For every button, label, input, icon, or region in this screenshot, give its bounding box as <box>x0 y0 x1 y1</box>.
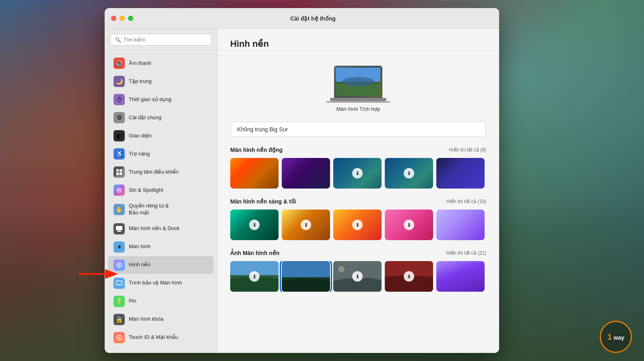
sidebar-item-touchid[interactable]: Touch ID & Mật khẩu <box>108 329 214 346</box>
dynamic-thumb-4-download: ⬇ <box>404 168 414 178</box>
ld-thumb-4[interactable]: ⬇ <box>385 210 433 240</box>
svg-rect-19 <box>336 68 380 96</box>
sidebar-item-man-hinh[interactable]: ☀ Màn hình <box>108 238 214 256</box>
svg-rect-3 <box>120 169 122 172</box>
sidebar-item-thoi-gian[interactable]: ⏱ Thời gian sử dụng <box>108 91 214 108</box>
dynamic-thumb-2[interactable] <box>282 158 330 189</box>
dynamic-thumb-5[interactable] <box>436 158 485 189</box>
giao-dien-icon: ◐ <box>114 130 125 141</box>
sidebar-item-trung-tam[interactable]: Trung tâm điều khiển <box>108 163 214 181</box>
main-panel: Hình nền <box>217 29 499 353</box>
trung-tam-label: Trung tâm điều khiển <box>129 169 178 176</box>
photo-thumb-4[interactable]: ⬇ <box>385 261 433 292</box>
traffic-lights <box>111 16 133 21</box>
search-box[interactable]: 🔍 <box>110 34 211 46</box>
pin-label: Pin <box>129 298 136 305</box>
ld-section-title: Màn hình nền sáng & tối <box>230 198 296 205</box>
quyen-rieng-tu-icon: ✋ <box>114 204 125 215</box>
trinh-bao-ve-label: Trình bảo vệ Màn hình <box>129 280 182 286</box>
photo-thumb-3[interactable]: ⬇ <box>333 261 382 292</box>
dynamic-section-header: Màn hình nền động Hiển thị tất cả (9) <box>230 147 486 153</box>
svg-rect-5 <box>120 172 122 175</box>
minimize-button[interactable] <box>120 16 125 21</box>
dynamic-thumb-1[interactable] <box>230 158 279 189</box>
giao-dien-label: Giao diện <box>129 133 151 139</box>
svg-point-14 <box>118 337 120 338</box>
svg-rect-2 <box>116 169 119 172</box>
sidebar-item-am-thanh[interactable]: 🔊 Âm thanh <box>108 54 214 72</box>
svg-point-7 <box>118 189 120 191</box>
maximize-button[interactable] <box>128 16 133 21</box>
touchid-icon <box>114 332 125 343</box>
laptop-screen-preview <box>334 66 382 98</box>
watermark-1: 1 <box>607 332 612 341</box>
main-content: Màn hình Tích hợp Không trung Big Sur Mà… <box>217 56 499 353</box>
thoi-gian-label: Thời gian sử dụng <box>129 96 171 103</box>
sidebar-item-tap-trung[interactable]: 🌙 Tập trung <box>108 73 214 90</box>
search-container: 🔍 <box>105 29 217 51</box>
sidebar-items-list: 🔊 Âm thanh 🌙 Tập trung ⏱ Thời gian sử dụ… <box>105 51 217 353</box>
photo-thumb-5[interactable] <box>436 261 485 292</box>
photos-section-title: Ảnh Màn hình nền <box>230 250 279 256</box>
sidebar-item-trinh-bao-ve[interactable]: Trình bảo vệ Màn hình <box>108 274 214 292</box>
dynamic-thumb-5-bg <box>436 158 485 189</box>
tro-nang-icon: ♿ <box>114 148 125 160</box>
man-hinh-khoa-icon: 🔒 <box>114 314 125 325</box>
sidebar-item-tro-nang[interactable]: ♿ Trợ năng <box>108 145 214 163</box>
ld-thumb-2[interactable]: ⬇ <box>282 210 330 240</box>
laptop-base-bottom <box>326 101 390 103</box>
sidebar-item-man-hinh-khoa[interactable]: 🔒 Màn hình khóa <box>108 311 214 328</box>
dynamic-thumb-1-bg <box>230 158 279 189</box>
ld-thumb-5-bg <box>436 210 485 240</box>
laptop-base <box>330 98 386 101</box>
window-body: 🔍 🔊 Âm thanh 🌙 Tập trung ⏱ Thời gian sử … <box>105 29 499 353</box>
photo-thumb-3-download: ⬇ <box>352 271 363 282</box>
dynamic-thumb-3-download: ⬇ <box>352 168 363 178</box>
sidebar: 🔍 🔊 Âm thanh 🌙 Tập trung ⏱ Thời gian sử … <box>105 29 217 353</box>
dynamic-show-all[interactable]: Hiển thị tất cả (9) <box>449 147 486 153</box>
sidebar-item-man-hinh-nen-dock[interactable]: Màn hình nền & Dock <box>108 220 214 238</box>
watermark-way: way <box>614 334 624 341</box>
arrow-indicator <box>74 266 123 284</box>
close-button[interactable] <box>111 16 116 21</box>
sidebar-item-cai-dat-chung[interactable]: ⚙ Cài đặt chung <box>108 109 214 127</box>
search-icon: 🔍 <box>115 37 121 43</box>
ld-thumb-3[interactable]: ⬇ <box>333 210 382 240</box>
pin-icon: 🔋 <box>114 296 125 307</box>
window-title: Cài đặt hệ thống <box>133 15 493 22</box>
hinh-nen-label: Hình nền <box>129 261 151 268</box>
ld-thumb-4-download: ⬇ <box>404 220 414 230</box>
photo-thumb-1[interactable]: ⬇ <box>230 261 279 292</box>
dock-icon <box>114 223 125 234</box>
sidebar-item-hinh-nen[interactable]: Hình nền <box>108 256 214 274</box>
dynamic-thumb-3[interactable]: ⬇ <box>333 158 382 189</box>
sidebar-item-siri[interactable]: Siri & Spotlight <box>108 181 214 199</box>
ld-show-all[interactable]: Hiển thị tất cả (19) <box>446 199 486 204</box>
dynamic-section-title: Màn hình nền động <box>230 147 283 153</box>
watermark-circle: 1 way <box>600 321 632 353</box>
ld-thumb-1[interactable]: ⬇ <box>230 210 279 240</box>
system-preferences-window: Cài đặt hệ thống 🔍 🔊 Âm thanh 🌙 T <box>105 8 499 353</box>
dynamic-wallpaper-grid: ⬇ ⬇ <box>230 158 486 189</box>
photo-thumb-2[interactable] <box>282 261 330 292</box>
wallpaper-name-bar[interactable]: Không trung Big Sur <box>230 122 486 137</box>
photo-thumb-1-download: ⬇ <box>249 271 260 282</box>
ld-thumb-3-download: ⬇ <box>352 220 363 230</box>
man-hinh-icon: ☀ <box>114 241 125 253</box>
dynamic-thumb-2-bg <box>282 158 330 189</box>
display-label: Màn hình Tích hợp <box>336 106 380 112</box>
sidebar-item-pin[interactable]: 🔋 Pin <box>108 293 214 310</box>
ld-thumb-2-download: ⬇ <box>301 220 311 230</box>
ld-section-header: Màn hình nền sáng & tối Hiển thị tất cả … <box>230 198 486 205</box>
man-hinh-nen-dock-label: Màn hình nền & Dock <box>129 225 180 232</box>
touchid-label: Touch ID & Mật khẩu <box>129 334 178 341</box>
sidebar-item-quyen-rieng-tu[interactable]: ✋ Quyền riêng tư &Bảo mật <box>108 199 214 220</box>
photos-show-all[interactable]: Hiển thị tất cả (21) <box>446 250 486 256</box>
dynamic-thumb-4[interactable]: ⬇ <box>385 158 433 189</box>
photos-wallpaper-grid: ⬇ <box>230 261 486 292</box>
ld-thumb-5[interactable] <box>436 210 485 240</box>
sidebar-item-giao-dien[interactable]: ◐ Giao diện <box>108 127 214 145</box>
photo-thumb-5-bg <box>436 261 485 292</box>
panel-title: Hình nền <box>217 29 499 56</box>
search-input[interactable] <box>124 37 207 43</box>
